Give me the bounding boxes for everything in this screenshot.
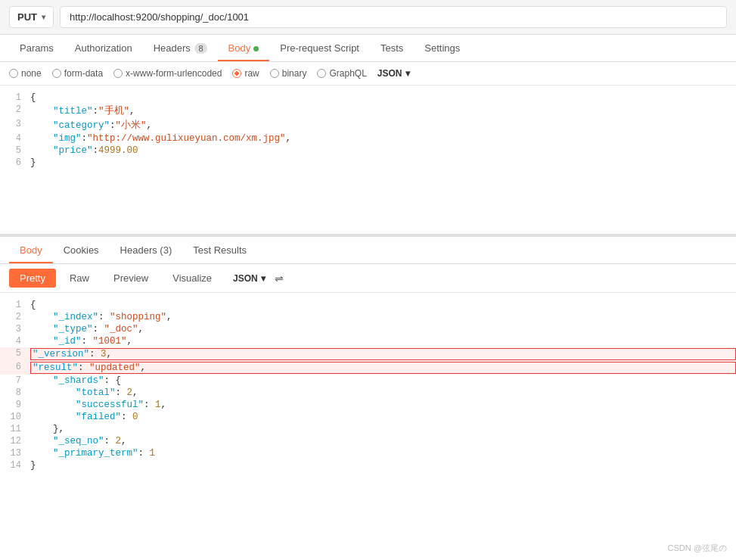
response-section: Body Cookies Headers (3) Test Results Pr… <box>0 237 736 478</box>
req-line-6: 6 } <box>0 157 736 169</box>
resp-line-13: 13 "_primary_term": 1 <box>0 447 736 459</box>
resp-line-11: 11 }, <box>0 423 736 435</box>
json-format-selector[interactable]: JSON ▾ <box>377 68 410 79</box>
url-bar: PUT ▾ <box>0 0 736 35</box>
response-tabs: Body Cookies Headers (3) Test Results <box>0 237 736 264</box>
method-select[interactable]: PUT ▾ <box>9 6 54 28</box>
wrap-lines-icon[interactable]: ⇌ <box>275 272 284 285</box>
resp-line-2: 2 "_index": "shopping", <box>0 311 736 323</box>
resp-line-3: 3 "_type": "_doc", <box>0 323 736 335</box>
tab-params[interactable]: Params <box>9 35 64 61</box>
resp-line-5: 5 "_version": 3, <box>0 347 736 361</box>
json-format-label: JSON <box>377 68 402 79</box>
resp-tab-test-results[interactable]: Test Results <box>182 237 257 263</box>
radio-none-circle <box>9 69 18 78</box>
resp-tab-headers[interactable]: Headers (3) <box>110 237 183 263</box>
resp-line-12: 12 "_seq_no": 2, <box>0 435 736 447</box>
body-dot <box>253 46 259 51</box>
headers-badge: 8 <box>194 43 207 54</box>
resp-line-9: 9 "successful": 1, <box>0 399 736 411</box>
top-tabs: Params Authorization Headers 8 Body Pre-… <box>0 35 736 62</box>
radio-none[interactable]: none <box>9 68 42 79</box>
resp-format-label: JSON <box>233 273 258 284</box>
resp-line-6: 6 "result": "updated", <box>0 361 736 375</box>
resp-format-chevron-icon: ▾ <box>261 273 266 284</box>
tab-body[interactable]: Body <box>218 35 270 61</box>
radio-urlencoded[interactable]: x-www-form-urlencoded <box>113 68 222 79</box>
subtab-raw[interactable]: Raw <box>59 269 100 288</box>
resp-tab-cookies[interactable]: Cookies <box>53 237 110 263</box>
radio-graphql[interactable]: GraphQL <box>317 68 366 79</box>
radio-raw-circle <box>232 69 241 78</box>
req-line-1: 1 { <box>0 92 736 104</box>
resp-tab-body[interactable]: Body <box>9 237 53 263</box>
response-editor: 1 { 2 "_index": "shopping", 3 "_type": "… <box>0 293 736 478</box>
radio-form-data[interactable]: form-data <box>52 68 103 79</box>
json-chevron-icon: ▾ <box>405 68 410 79</box>
resp-line-8: 8 "total": 2, <box>0 387 736 399</box>
radio-graphql-circle <box>317 69 326 78</box>
req-line-5: 5 "price":4999.00 <box>0 145 736 157</box>
subtab-preview[interactable]: Preview <box>103 269 159 288</box>
resp-line-4: 4 "_id": "1001", <box>0 335 736 347</box>
response-format-selector[interactable]: JSON ▾ <box>233 273 266 284</box>
method-label: PUT <box>17 11 37 23</box>
url-input[interactable] <box>60 6 727 28</box>
subtab-pretty[interactable]: Pretty <box>9 269 56 288</box>
tab-headers[interactable]: Headers 8 <box>143 35 218 61</box>
resp-line-10: 10 "failed": 0 <box>0 411 736 423</box>
radio-binary-circle <box>270 69 279 78</box>
radio-raw[interactable]: raw <box>232 68 259 79</box>
tab-settings[interactable]: Settings <box>414 35 470 61</box>
req-line-3: 3 "category":"小米", <box>0 118 736 132</box>
resp-line-1: 1 { <box>0 299 736 311</box>
tab-authorization[interactable]: Authorization <box>64 35 143 61</box>
subtab-visualize[interactable]: Visualize <box>162 269 222 288</box>
radio-urlencoded-circle <box>113 69 123 78</box>
tab-pre-request[interactable]: Pre-request Script <box>269 35 370 61</box>
req-line-2: 2 "title":"手机", <box>0 104 736 118</box>
request-editor[interactable]: 1 { 2 "title":"手机", 3 "category":"小米", 4… <box>0 86 736 237</box>
body-type-row: none form-data x-www-form-urlencoded raw… <box>0 62 736 86</box>
method-chevron-icon: ▾ <box>42 13 45 21</box>
response-subtabs: Pretty Raw Preview Visualize JSON ▾ ⇌ <box>0 264 736 293</box>
tab-tests[interactable]: Tests <box>370 35 414 61</box>
radio-binary[interactable]: binary <box>270 68 307 79</box>
radio-form-data-circle <box>52 69 61 78</box>
resp-line-7: 7 "_shards": { <box>0 375 736 387</box>
resp-line-14: 14 } <box>0 459 736 471</box>
req-line-4: 4 "img":"http://www.gulixueyuan.com/xm.j… <box>0 132 736 145</box>
